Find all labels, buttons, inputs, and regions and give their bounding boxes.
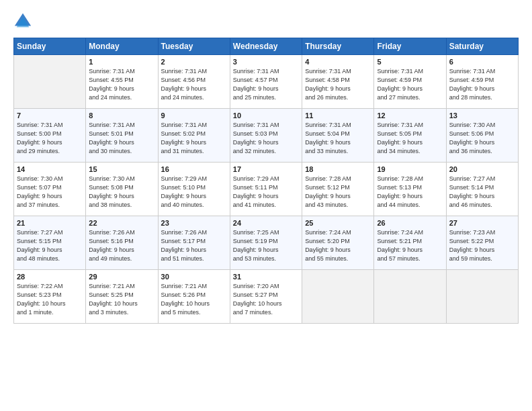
day-number: 6 (449, 58, 515, 66)
day-info: Sunrise: 7:31 AM Sunset: 5:02 PM Dayligh… (161, 121, 227, 156)
day-info: Sunrise: 7:31 AM Sunset: 4:57 PM Dayligh… (233, 67, 299, 102)
calendar-cell: 22Sunrise: 7:26 AM Sunset: 5:16 PM Dayli… (86, 216, 158, 270)
day-info: Sunrise: 7:31 AM Sunset: 4:58 PM Dayligh… (305, 67, 371, 102)
calendar-cell: 1Sunrise: 7:31 AM Sunset: 4:55 PM Daylig… (86, 55, 158, 109)
day-info: Sunrise: 7:20 AM Sunset: 5:27 PM Dayligh… (233, 282, 299, 317)
day-info: Sunrise: 7:31 AM Sunset: 4:59 PM Dayligh… (377, 67, 443, 102)
calendar-cell (374, 270, 446, 324)
calendar-week-row: 1Sunrise: 7:31 AM Sunset: 4:55 PM Daylig… (14, 55, 519, 109)
day-number: 23 (161, 219, 227, 227)
logo-icon (13, 12, 32, 31)
calendar-cell: 21Sunrise: 7:27 AM Sunset: 5:15 PM Dayli… (14, 216, 86, 270)
day-number: 28 (17, 273, 83, 281)
day-info: Sunrise: 7:31 AM Sunset: 4:59 PM Dayligh… (449, 67, 515, 102)
day-info: Sunrise: 7:26 AM Sunset: 5:17 PM Dayligh… (161, 228, 227, 263)
calendar-cell: 25Sunrise: 7:24 AM Sunset: 5:20 PM Dayli… (302, 216, 374, 270)
page: SundayMondayTuesdayWednesdayThursdayFrid… (0, 0, 532, 411)
day-info: Sunrise: 7:31 AM Sunset: 4:55 PM Dayligh… (89, 67, 154, 102)
day-number: 11 (305, 111, 371, 120)
day-number: 5 (377, 58, 443, 66)
day-number: 13 (449, 111, 515, 120)
calendar-cell: 11Sunrise: 7:31 AM Sunset: 5:04 PM Dayli… (302, 109, 374, 163)
calendar-week-row: 28Sunrise: 7:22 AM Sunset: 5:23 PM Dayli… (14, 270, 519, 324)
day-info: Sunrise: 7:29 AM Sunset: 5:10 PM Dayligh… (161, 175, 227, 210)
day-number: 1 (89, 58, 154, 66)
day-number: 10 (233, 111, 299, 120)
day-info: Sunrise: 7:21 AM Sunset: 5:26 PM Dayligh… (161, 282, 227, 317)
calendar-cell: 19Sunrise: 7:28 AM Sunset: 5:13 PM Dayli… (374, 163, 446, 216)
day-info: Sunrise: 7:24 AM Sunset: 5:20 PM Dayligh… (305, 228, 371, 263)
day-info: Sunrise: 7:24 AM Sunset: 5:21 PM Dayligh… (377, 228, 443, 263)
day-info: Sunrise: 7:27 AM Sunset: 5:15 PM Dayligh… (17, 228, 83, 263)
calendar-cell: 20Sunrise: 7:27 AM Sunset: 5:14 PM Dayli… (446, 163, 518, 216)
day-number: 30 (161, 273, 227, 281)
day-number: 27 (449, 219, 515, 227)
day-number: 2 (161, 58, 227, 66)
calendar-week-row: 21Sunrise: 7:27 AM Sunset: 5:15 PM Dayli… (14, 216, 519, 270)
day-number: 8 (89, 111, 154, 120)
calendar-week-row: 7Sunrise: 7:31 AM Sunset: 5:00 PM Daylig… (14, 109, 519, 163)
day-number: 21 (17, 219, 83, 227)
calendar-cell: 6Sunrise: 7:31 AM Sunset: 4:59 PM Daylig… (446, 55, 518, 109)
weekday-header-monday: Monday (86, 38, 158, 55)
day-info: Sunrise: 7:25 AM Sunset: 5:19 PM Dayligh… (233, 228, 299, 263)
calendar-cell: 15Sunrise: 7:30 AM Sunset: 5:08 PM Dayli… (86, 163, 158, 216)
day-number: 9 (161, 111, 227, 120)
calendar-cell: 30Sunrise: 7:21 AM Sunset: 5:26 PM Dayli… (158, 270, 230, 324)
calendar-week-row: 14Sunrise: 7:30 AM Sunset: 5:07 PM Dayli… (14, 163, 519, 216)
header (13, 12, 519, 31)
day-number: 31 (233, 273, 299, 281)
calendar-cell: 3Sunrise: 7:31 AM Sunset: 4:57 PM Daylig… (230, 55, 302, 109)
calendar-table: SundayMondayTuesdayWednesdayThursdayFrid… (13, 38, 519, 324)
calendar-cell: 14Sunrise: 7:30 AM Sunset: 5:07 PM Dayli… (14, 163, 86, 216)
calendar-cell: 2Sunrise: 7:31 AM Sunset: 4:56 PM Daylig… (158, 55, 230, 109)
calendar-cell: 7Sunrise: 7:31 AM Sunset: 5:00 PM Daylig… (14, 109, 86, 163)
calendar-cell: 26Sunrise: 7:24 AM Sunset: 5:21 PM Dayli… (374, 216, 446, 270)
calendar-cell: 29Sunrise: 7:21 AM Sunset: 5:25 PM Dayli… (86, 270, 158, 324)
calendar-cell (302, 270, 374, 324)
calendar-cell: 12Sunrise: 7:31 AM Sunset: 5:05 PM Dayli… (374, 109, 446, 163)
weekday-header-tuesday: Tuesday (158, 38, 230, 55)
calendar-cell: 24Sunrise: 7:25 AM Sunset: 5:19 PM Dayli… (230, 216, 302, 270)
weekday-header-row: SundayMondayTuesdayWednesdayThursdayFrid… (14, 38, 519, 55)
calendar-cell: 17Sunrise: 7:29 AM Sunset: 5:11 PM Dayli… (230, 163, 302, 216)
calendar-cell: 5Sunrise: 7:31 AM Sunset: 4:59 PM Daylig… (374, 55, 446, 109)
day-number: 16 (161, 165, 227, 173)
calendar-cell: 10Sunrise: 7:31 AM Sunset: 5:03 PM Dayli… (230, 109, 302, 163)
day-info: Sunrise: 7:22 AM Sunset: 5:23 PM Dayligh… (17, 282, 83, 317)
day-number: 25 (305, 219, 371, 227)
day-number: 19 (377, 165, 443, 173)
calendar-cell: 13Sunrise: 7:30 AM Sunset: 5:06 PM Dayli… (446, 109, 518, 163)
day-number: 12 (377, 111, 443, 120)
calendar-cell: 9Sunrise: 7:31 AM Sunset: 5:02 PM Daylig… (158, 109, 230, 163)
day-info: Sunrise: 7:21 AM Sunset: 5:25 PM Dayligh… (89, 282, 154, 317)
day-info: Sunrise: 7:31 AM Sunset: 5:05 PM Dayligh… (377, 121, 443, 156)
calendar-cell (14, 55, 86, 109)
day-info: Sunrise: 7:28 AM Sunset: 5:12 PM Dayligh… (305, 175, 371, 210)
calendar-cell: 28Sunrise: 7:22 AM Sunset: 5:23 PM Dayli… (14, 270, 86, 324)
day-info: Sunrise: 7:31 AM Sunset: 4:56 PM Dayligh… (161, 67, 227, 102)
day-number: 17 (233, 165, 299, 173)
day-info: Sunrise: 7:30 AM Sunset: 5:07 PM Dayligh… (17, 175, 83, 210)
calendar-cell: 16Sunrise: 7:29 AM Sunset: 5:10 PM Dayli… (158, 163, 230, 216)
day-info: Sunrise: 7:27 AM Sunset: 5:14 PM Dayligh… (449, 175, 515, 210)
day-info: Sunrise: 7:26 AM Sunset: 5:16 PM Dayligh… (89, 228, 154, 263)
day-info: Sunrise: 7:31 AM Sunset: 5:01 PM Dayligh… (89, 121, 154, 156)
day-number: 14 (17, 165, 83, 173)
day-number: 15 (89, 165, 154, 173)
calendar-cell: 31Sunrise: 7:20 AM Sunset: 5:27 PM Dayli… (230, 270, 302, 324)
calendar-cell: 23Sunrise: 7:26 AM Sunset: 5:17 PM Dayli… (158, 216, 230, 270)
day-info: Sunrise: 7:30 AM Sunset: 5:06 PM Dayligh… (449, 121, 515, 156)
calendar-cell: 27Sunrise: 7:23 AM Sunset: 5:22 PM Dayli… (446, 216, 518, 270)
day-number: 29 (89, 273, 154, 281)
day-info: Sunrise: 7:30 AM Sunset: 5:08 PM Dayligh… (89, 175, 154, 210)
day-info: Sunrise: 7:23 AM Sunset: 5:22 PM Dayligh… (449, 228, 515, 263)
day-number: 3 (233, 58, 299, 66)
logo (13, 12, 35, 31)
calendar-cell: 8Sunrise: 7:31 AM Sunset: 5:01 PM Daylig… (86, 109, 158, 163)
day-number: 7 (17, 111, 83, 120)
day-number: 26 (377, 219, 443, 227)
day-info: Sunrise: 7:28 AM Sunset: 5:13 PM Dayligh… (377, 175, 443, 210)
day-number: 24 (233, 219, 299, 227)
day-number: 20 (449, 165, 515, 173)
